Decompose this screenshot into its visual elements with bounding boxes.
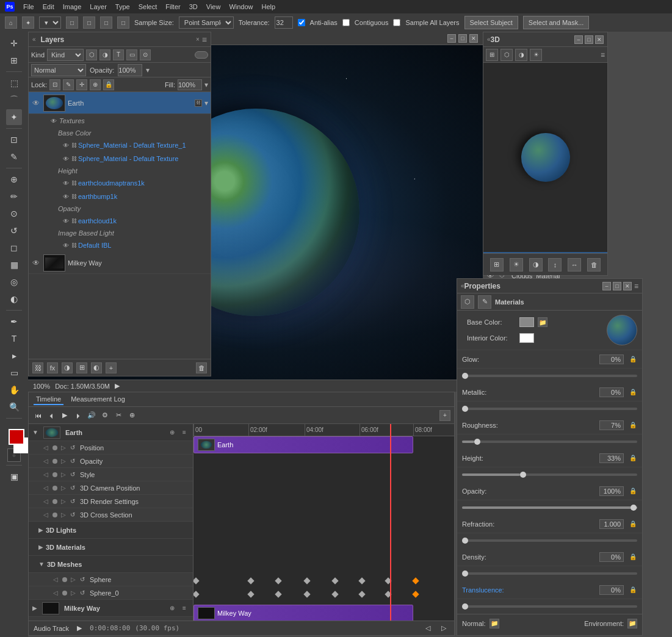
3d-scene-btn[interactable]: ⊞ bbox=[490, 258, 504, 272]
density-slider-handle[interactable] bbox=[462, 570, 468, 577]
interior-color-swatch[interactable] bbox=[519, 333, 534, 343]
playhead-line[interactable] bbox=[390, 424, 391, 621]
panel-3d-close[interactable]: ✕ bbox=[595, 35, 604, 44]
earth-group-header[interactable]: ▼ Earth ⊕ ≡ bbox=[29, 424, 193, 441]
tl-track-sphere[interactable]: ◁ ▷ ↺ Sphere bbox=[29, 573, 193, 586]
milkeyway-clip-bar[interactable]: Milkey Way bbox=[193, 605, 413, 621]
opacity-prop-value[interactable]: 100% bbox=[599, 486, 624, 496]
magic-wand-icon[interactable]: ✦ bbox=[22, 16, 34, 29]
lock-position-icon[interactable]: ✛ bbox=[76, 79, 87, 90]
earthbump-eye[interactable]: 👁 bbox=[63, 193, 69, 200]
move-tool[interactable]: ✛ bbox=[6, 35, 22, 51]
sample-all-checkbox[interactable] bbox=[393, 19, 400, 26]
menu-view[interactable]: View bbox=[206, 3, 221, 10]
create-group-btn[interactable]: ⊞ bbox=[76, 362, 87, 373]
earth-layer-eye[interactable]: 👁 bbox=[31, 98, 41, 108]
density-lock-btn[interactable]: 🔒 bbox=[629, 553, 637, 561]
props-filter-tab[interactable]: ⬡ bbox=[461, 295, 474, 309]
opacity-arrow[interactable]: ▾ bbox=[146, 66, 150, 74]
glow-value[interactable]: 0% bbox=[599, 354, 624, 364]
3d-mesh-filter[interactable]: ⬡ bbox=[500, 49, 513, 61]
env-folder-btn[interactable]: 📁 bbox=[627, 619, 637, 628]
menu-select[interactable]: Select bbox=[139, 3, 157, 10]
tl-track-3d-cam[interactable]: ◁ ▷ ↺ 3D Camera Position bbox=[29, 481, 193, 495]
kf-sphere0-end[interactable] bbox=[412, 591, 419, 597]
blur-tool[interactable]: ◎ bbox=[6, 274, 22, 290]
marquee-tool[interactable]: ⬚ bbox=[6, 75, 22, 91]
kf-sphere0-3[interactable] bbox=[303, 591, 310, 597]
roughness-lock-btn[interactable]: 🔒 bbox=[629, 421, 637, 430]
height-prop-value[interactable]: 33% bbox=[599, 453, 624, 463]
track-refresh-icon[interactable]: ↺ bbox=[70, 444, 75, 451]
artboard-tool[interactable]: ⊞ bbox=[6, 52, 22, 68]
tool-options-select[interactable]: ▾ bbox=[39, 16, 61, 29]
sphere-mat-default-eye[interactable]: 👁 bbox=[63, 156, 69, 162]
kf-sphere-start[interactable] bbox=[193, 577, 200, 584]
textures-section[interactable]: 👁 Textures bbox=[29, 114, 211, 128]
glow-slider[interactable] bbox=[462, 375, 637, 377]
tl-audio-btn[interactable]: 🔊 bbox=[86, 410, 97, 421]
milkeyway-group-header[interactable]: ▶ Milkey Way ⊕ ≡ bbox=[29, 600, 193, 617]
roughness-slider-handle[interactable] bbox=[474, 439, 480, 445]
add-mask-btn[interactable]: ◑ bbox=[62, 362, 73, 373]
track-opacity-dr[interactable]: ▷ bbox=[61, 458, 66, 464]
opacity-prop-slider[interactable] bbox=[462, 506, 637, 509]
menu-window[interactable]: Window bbox=[229, 3, 253, 10]
new-fill-btn[interactable]: ◐ bbox=[91, 362, 102, 373]
pen-tool[interactable]: ✒ bbox=[6, 314, 22, 329]
kf-sphere-1[interactable] bbox=[247, 577, 254, 584]
layer-item-milkeyway[interactable]: 👁 Milkey Way bbox=[29, 252, 211, 274]
tl-track-position[interactable]: ◁ ▷ ↺ Position bbox=[29, 441, 193, 455]
kf-sphere-2[interactable] bbox=[275, 577, 281, 584]
pixel-filter-icon[interactable]: ⬡ bbox=[86, 49, 97, 60]
3d-camera-size-btn[interactable]: ↔ bbox=[568, 258, 581, 272]
tl-3dlights-group[interactable]: ▶ 3D Lights bbox=[29, 522, 193, 539]
tl-track-opacity[interactable]: ◁ ▷ ↺ Opacity bbox=[29, 455, 193, 468]
base-color-swatch[interactable] bbox=[519, 317, 534, 327]
magic-wand-tool[interactable]: ✦ bbox=[6, 109, 22, 125]
canvas-close-btn[interactable]: ✕ bbox=[469, 34, 478, 43]
glow-lock-btn[interactable]: 🔒 bbox=[629, 355, 637, 364]
track-style-dr[interactable]: ▷ bbox=[61, 471, 66, 478]
refraction-slider-handle[interactable] bbox=[462, 538, 468, 544]
tl-track-3d-cross[interactable]: ◁ ▷ ↺ 3D Cross Section bbox=[29, 508, 193, 522]
track-3dcam-dr[interactable]: ▷ bbox=[61, 484, 66, 491]
menu-filter[interactable]: Filter bbox=[165, 3, 180, 10]
tolerance-input[interactable] bbox=[275, 16, 293, 29]
type-tool[interactable]: T bbox=[6, 331, 22, 347]
translucence-slider-handle[interactable] bbox=[462, 603, 468, 610]
lock-transparent-icon[interactable]: ⊡ bbox=[49, 79, 60, 90]
lock-artboard-icon[interactable]: ⊕ bbox=[90, 79, 101, 90]
canvas-minimize-btn[interactable]: – bbox=[447, 34, 456, 43]
kf-sphere0-2[interactable] bbox=[275, 591, 281, 597]
earth-group-options-icon[interactable]: ⊕ bbox=[167, 428, 177, 437]
select-mask-button[interactable]: Select and Mask... bbox=[523, 16, 590, 29]
clone-tool[interactable]: ⊙ bbox=[6, 206, 22, 221]
earthbump-layer[interactable]: 👁 ⛓ earthbump1k bbox=[29, 190, 211, 203]
opacity-prop-lock-btn[interactable]: 🔒 bbox=[629, 487, 637, 495]
kf-sphere0-5[interactable] bbox=[358, 591, 365, 597]
measurement-tab[interactable]: Measurement Log bbox=[68, 394, 128, 405]
layers-collapse-btn[interactable]: « bbox=[32, 36, 36, 43]
tl-scroll-right-btn[interactable]: ▷ bbox=[438, 623, 449, 634]
sphere-material-default[interactable]: 👁 ⛓ Sphere_Material - Default Texture bbox=[29, 152, 211, 165]
zoom-tool[interactable]: 🔍 bbox=[6, 399, 22, 415]
track-3dcam-dl[interactable]: ◁ bbox=[43, 484, 48, 491]
default-ibl-layer[interactable]: 👁 ⛓ Default IBL bbox=[29, 239, 211, 252]
tl-go-start-btn[interactable]: ⏮ bbox=[32, 410, 43, 421]
layers-menu-btn[interactable]: ≡ bbox=[202, 35, 207, 45]
tl-split-btn[interactable]: ✂ bbox=[113, 410, 124, 421]
canvas-maximize-btn[interactable]: □ bbox=[458, 34, 467, 43]
menu-3d[interactable]: 3D bbox=[189, 3, 198, 10]
height-slider-handle[interactable] bbox=[520, 472, 526, 478]
select-subject-button[interactable]: Select Subject bbox=[464, 16, 518, 29]
dodge-tool[interactable]: ◐ bbox=[6, 291, 22, 307]
menu-help[interactable]: Help bbox=[262, 3, 276, 10]
earthcloudmaptrans-layer[interactable]: 👁 ⛓ earthcloudmaptrans1k bbox=[29, 176, 211, 190]
tl-next-frame-btn[interactable]: ⏵ bbox=[73, 410, 84, 421]
3d-light-btn[interactable]: ☀ bbox=[510, 258, 523, 272]
tl-scroll-left-btn[interactable]: ◁ bbox=[422, 623, 433, 634]
filter-toggle[interactable] bbox=[195, 51, 208, 59]
3d-light-filter[interactable]: ☀ bbox=[530, 49, 542, 61]
tl-audio-play-btn[interactable]: ▶ bbox=[74, 623, 85, 634]
